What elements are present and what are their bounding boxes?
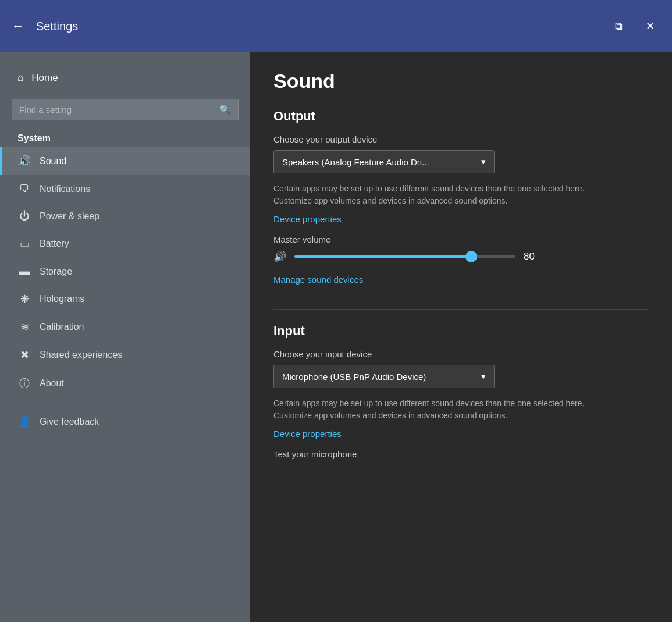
output-dropdown-wrapper: Speakers (Analog Feature Audio Dri... ▾	[273, 150, 649, 173]
sidebar-item-shared-label: Shared experiences	[40, 350, 122, 360]
sidebar-item-feedback[interactable]: 👤 Give feedback	[0, 408, 250, 436]
calibration-icon: ≋	[17, 321, 31, 333]
sidebar-divider	[12, 403, 239, 403]
output-device-properties-link[interactable]: Device properties	[273, 214, 342, 224]
volume-value: 80	[524, 251, 541, 262]
titlebar: ← Settings ⧉ ✕	[0, 0, 672, 52]
sidebar-item-about[interactable]: ⓘ About	[0, 369, 250, 398]
sidebar-item-about-label: About	[40, 378, 64, 389]
feedback-icon: 👤	[17, 415, 31, 428]
content: Sound Output Choose your output device S…	[250, 52, 672, 622]
input-device-properties-link[interactable]: Device properties	[273, 429, 342, 439]
output-device-dropdown[interactable]: Speakers (Analog Feature Audio Dri... ▾	[273, 150, 495, 173]
sidebar-item-holograms[interactable]: ❋ Holograms	[0, 285, 250, 313]
sidebar-item-holograms-label: Holograms	[40, 294, 84, 304]
search-box: 🔍	[12, 99, 239, 120]
main-container: ⌂ Home 🔍 System 🔊 Sound 🗨 Notifications …	[0, 52, 672, 622]
output-device-label: Choose your output device	[273, 134, 649, 144]
home-label: Home	[31, 72, 58, 84]
slider-fill	[294, 255, 471, 258]
sidebar-item-home[interactable]: ⌂ Home	[0, 64, 250, 92]
sidebar-item-power-label: Power & sleep	[40, 211, 99, 222]
sidebar-item-sound[interactable]: 🔊 Sound	[0, 147, 250, 175]
sidebar-item-storage[interactable]: ▬ Storage	[0, 258, 250, 285]
sidebar-item-calibration[interactable]: ≋ Calibration	[0, 313, 250, 341]
section-divider	[273, 309, 649, 310]
sidebar-item-shared[interactable]: ✖ Shared experiences	[0, 341, 250, 369]
slider-thumb[interactable]	[465, 251, 477, 262]
input-dropdown-wrapper: Microphone (USB PnP Audio Device) ▾	[273, 365, 649, 388]
input-device-value: Microphone (USB PnP Audio Device)	[282, 372, 426, 382]
volume-section: Master volume 🔊 80	[273, 234, 649, 263]
titlebar-title: Settings	[36, 20, 78, 33]
page-title: Sound	[273, 70, 649, 93]
home-icon: ⌂	[17, 72, 23, 84]
input-description: Certain apps may be set up to use differ…	[273, 397, 599, 422]
battery-icon: ▭	[17, 237, 31, 250]
output-description: Certain apps may be set up to use differ…	[273, 183, 599, 207]
restore-button[interactable]: ⧉	[609, 17, 628, 35]
volume-label: Master volume	[273, 234, 649, 244]
test-microphone-label: Test your microphone	[273, 449, 649, 459]
system-section-label: System	[0, 127, 250, 147]
sidebar-item-notifications[interactable]: 🗨 Notifications	[0, 175, 250, 202]
input-section: Input Choose your input device Microphon…	[273, 324, 649, 459]
slider-track	[294, 255, 515, 258]
close-button[interactable]: ✕	[640, 17, 660, 35]
sidebar-item-notifications-label: Notifications	[40, 184, 90, 194]
about-icon: ⓘ	[17, 376, 31, 390]
output-section: Output Choose your output device Speaker…	[273, 109, 649, 295]
manage-sound-devices-link[interactable]: Manage sound devices	[273, 275, 363, 285]
power-icon: ⏻	[17, 210, 31, 222]
sidebar: ⌂ Home 🔍 System 🔊 Sound 🗨 Notifications …	[0, 52, 250, 622]
output-device-value: Speakers (Analog Feature Audio Dri...	[282, 157, 429, 167]
sidebar-item-feedback-label: Give feedback	[40, 417, 99, 427]
storage-icon: ▬	[17, 265, 31, 278]
sidebar-item-sound-label: Sound	[40, 156, 66, 166]
output-section-title: Output	[273, 109, 649, 124]
titlebar-left: ← Settings	[12, 19, 78, 34]
input-device-label: Choose your input device	[273, 349, 649, 359]
sidebar-item-calibration-label: Calibration	[40, 322, 84, 332]
titlebar-right: ⧉ ✕	[609, 17, 660, 35]
sidebar-item-battery[interactable]: ▭ Battery	[0, 230, 250, 258]
volume-row: 🔊 80	[273, 250, 649, 263]
input-section-title: Input	[273, 324, 649, 339]
shared-icon: ✖	[17, 349, 31, 361]
back-button[interactable]: ←	[12, 19, 24, 34]
sidebar-item-battery-label: Battery	[40, 239, 69, 249]
search-icon: 🔍	[219, 104, 231, 115]
input-dropdown-chevron-icon: ▾	[481, 371, 486, 382]
notifications-icon: 🗨	[17, 183, 31, 195]
holograms-icon: ❋	[17, 293, 31, 305]
volume-speaker-icon: 🔊	[273, 250, 286, 263]
volume-slider[interactable]	[294, 251, 515, 262]
search-input[interactable]	[19, 105, 215, 115]
sidebar-item-storage-label: Storage	[40, 266, 72, 277]
dropdown-chevron-icon: ▾	[481, 157, 486, 167]
sound-icon: 🔊	[17, 155, 31, 168]
sidebar-item-power[interactable]: ⏻ Power & sleep	[0, 202, 250, 230]
input-device-dropdown[interactable]: Microphone (USB PnP Audio Device) ▾	[273, 365, 495, 388]
